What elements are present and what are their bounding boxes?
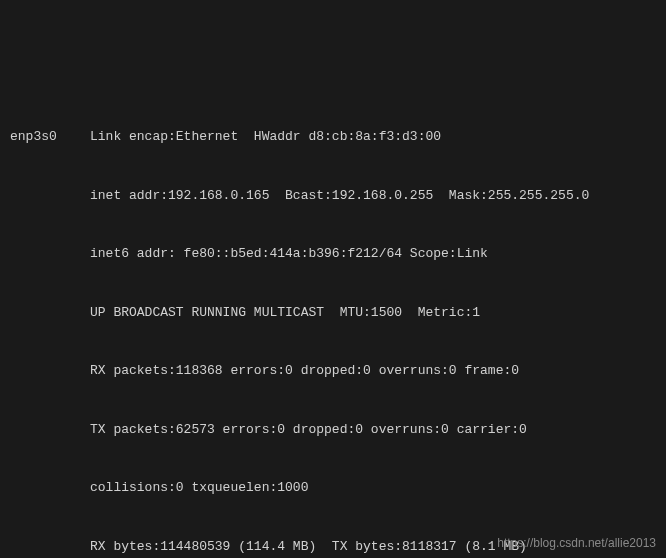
interface-detail: UP BROADCAST RUNNING MULTICAST MTU:1500 …	[90, 303, 656, 323]
interface-detail: Link encap:Ethernet HWaddr d8:cb:8a:f3:d…	[90, 127, 656, 147]
interface-detail: TX packets:62573 errors:0 dropped:0 over…	[90, 420, 656, 440]
interface-detail: inet6 addr: fe80::b5ed:414a:b396:f212/64…	[90, 244, 656, 264]
terminal-output: enp3s0 Link encap:Ethernet HWaddr d8:cb:…	[10, 10, 656, 558]
interface-detail: RX packets:118368 errors:0 dropped:0 ove…	[90, 361, 656, 381]
interface-detail: collisions:0 txqueuelen:1000	[90, 478, 656, 498]
interface-name: enp3s0	[10, 127, 90, 147]
watermark: https://blog.csdn.net/allie2013	[497, 534, 656, 552]
interface-enp3s0: enp3s0 Link encap:Ethernet HWaddr d8:cb:…	[10, 88, 656, 558]
interface-detail: inet addr:192.168.0.165 Bcast:192.168.0.…	[90, 186, 656, 206]
